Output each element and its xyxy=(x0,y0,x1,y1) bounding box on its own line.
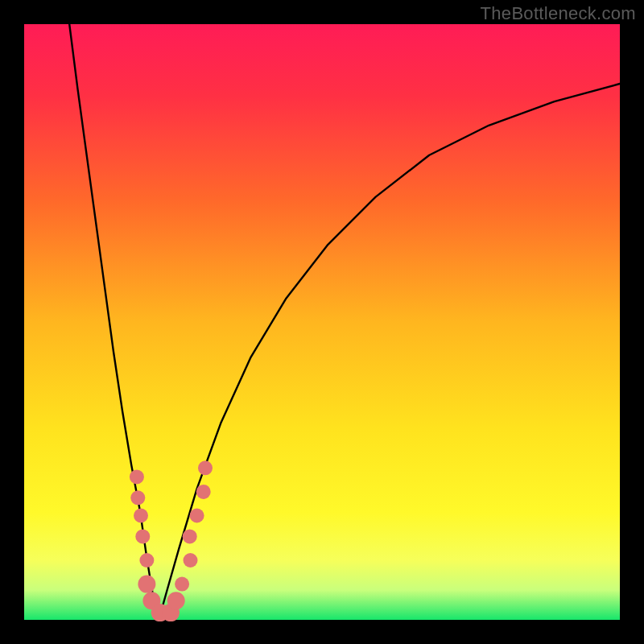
marker-point xyxy=(138,576,155,593)
marker-point xyxy=(134,509,148,523)
marker-point xyxy=(130,469,144,484)
marker-point xyxy=(139,553,154,568)
chart-frame: TheBottleneck.com xyxy=(0,0,644,644)
marker-point xyxy=(196,485,211,499)
marker-point xyxy=(175,577,189,592)
gradient-background xyxy=(24,24,620,620)
marker-point xyxy=(183,529,197,543)
marker-point xyxy=(167,592,185,609)
bottleneck-chart xyxy=(0,0,644,644)
marker-point xyxy=(198,460,213,475)
marker-point xyxy=(184,553,198,568)
marker-point xyxy=(130,490,145,505)
marker-point xyxy=(190,509,204,523)
marker-point xyxy=(135,529,150,543)
